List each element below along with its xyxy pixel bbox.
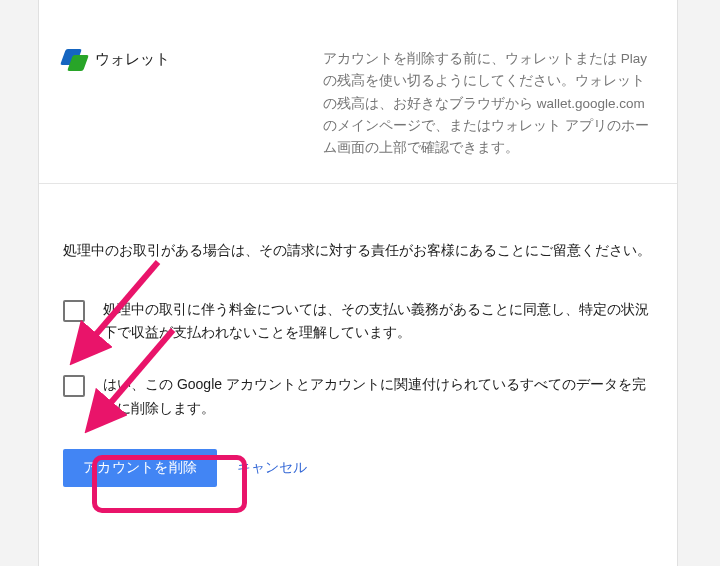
service-title: ウォレット [95,48,170,70]
pending-transactions-note: 処理中のお取引がある場合は、その請求に対する責任がお客様にあることにご留意くださ… [63,238,653,263]
dialog-card: ウォレット アカウントを削除する前に、ウォレットまたは Play の残高を使い切… [38,0,678,566]
confirmation-label-2: はい、この Google アカウントとアカウントに関連付けられているすべてのデー… [103,373,653,421]
cancel-button[interactable]: キャンセル [237,459,307,477]
viewport: ウォレット アカウントを削除する前に、ウォレットまたは Play の残高を使い切… [0,0,720,566]
wallet-section: ウォレット アカウントを削除する前に、ウォレットまたは Play の残高を使い切… [39,0,677,184]
confirmation-row-2: はい、この Google アカウントとアカウントに関連付けられているすべてのデー… [63,373,653,421]
service-header: ウォレット [63,48,323,159]
confirmation-checkbox-2[interactable] [63,375,85,397]
confirmation-row-1: 処理中の取引に伴う料金については、その支払い義務があることに同意し、特定の状況下… [63,298,653,346]
delete-account-button[interactable]: アカウントを削除 [63,449,217,487]
wallet-icon [63,49,85,71]
service-description: アカウントを削除する前に、ウォレットまたは Play の残高を使い切るようにして… [323,48,653,159]
confirmation-label-1: 処理中の取引に伴う料金については、その支払い義務があることに同意し、特定の状況下… [103,298,653,346]
confirmation-checkbox-1[interactable] [63,300,85,322]
confirmation-section: 処理中のお取引がある場合は、その請求に対する責任がお客様にあることにご留意くださ… [39,184,677,516]
button-row: アカウントを削除 キャンセル [63,449,653,487]
